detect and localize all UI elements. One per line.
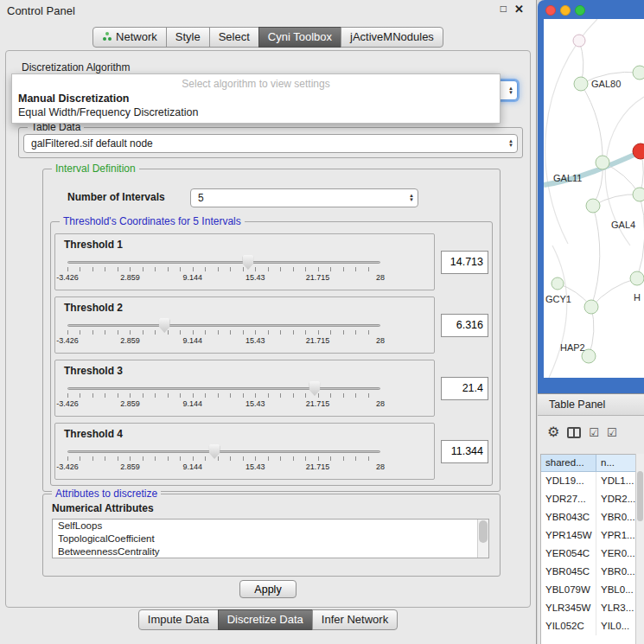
number-of-intervals-value: 5 [198,192,204,204]
table-row[interactable]: YBL079WYBL0... [541,581,637,599]
threshold-value-input[interactable] [441,377,488,400]
attribute-item[interactable]: TopologicalCoefficient [53,532,488,545]
table-row[interactable]: YER054CYER0... [541,545,637,563]
network-node[interactable] [574,77,588,91]
algorithm-option[interactable]: Equal Width/Frequency Discretization [12,105,500,119]
close-traffic-icon[interactable] [545,5,556,16]
threshold-slider[interactable]: -3.4262.8599.14415.4321.71528 [67,381,380,412]
select-columns-check-icon[interactable]: ☑ [607,427,617,438]
settings-gear-icon[interactable]: ⚙ [547,425,559,439]
table-row[interactable]: YIL052CYIL0... [541,617,637,635]
network-node-label: H [634,292,641,303]
scale-tick-label: 28 [376,273,385,282]
table-data-combobox[interactable]: galFiltered.sif default node ▲▼ [23,134,518,153]
attribute-item[interactable]: SelfLoops [53,520,488,532]
threshold-slider[interactable]: -3.4262.8599.14415.4321.71528 [67,255,380,286]
scale-tick-label: 9.144 [183,336,203,345]
scrollbar-thumb[interactable] [479,520,488,543]
slider-track[interactable] [67,387,380,390]
network-graph[interactable]: GAL80GAL11GAL4GCY1HAP2H [544,19,644,378]
apply-button[interactable]: Apply [239,580,296,598]
network-node[interactable] [633,143,644,159]
tab-network[interactable]: Network [92,27,167,48]
algorithm-option[interactable]: Manual Discretization [12,92,500,105]
table-row[interactable]: YBR043CYBR0... [541,508,637,526]
scale-tick-label: 9.144 [183,462,203,471]
slider-ticks [67,456,380,461]
slider-track[interactable] [67,261,380,264]
columns-icon[interactable] [567,427,581,438]
float-window-icon[interactable]: □ [501,3,507,16]
tab-jactivemnodules[interactable]: jActiveMNodules [341,27,443,48]
threshold-row: Threshold 2-3.4262.8599.14415.4321.71528 [54,296,488,354]
node-table: shared... n... YDL19...YDL1...YDR27...YD… [540,454,638,644]
threshold-value-input[interactable] [441,251,488,274]
column-header-name[interactable]: n... [596,455,637,472]
attribute-item[interactable]: BetweennessCentrality [53,545,488,558]
scrollbar-thumb[interactable] [637,471,643,521]
threshold-value-input[interactable] [441,440,488,463]
threshold-slider[interactable]: -3.4262.8599.14415.4321.71528 [67,444,380,475]
slider-ticks [67,267,380,271]
cell-shared-name: YPR145W [541,526,596,545]
network-canvas[interactable]: GAL80GAL11GAL4GCY1HAP2H [544,19,644,378]
scale-tick-label: -3.426 [56,399,79,408]
slider-track[interactable] [67,324,380,327]
thresholds-group-title: Threshold's Coordinates for 5 Intervals [60,215,245,227]
network-node[interactable] [633,66,644,80]
cell-shared-name: YDR27... [541,490,596,508]
slider-scale: -3.4262.8599.14415.4321.71528 [67,273,380,283]
tab-impute-data[interactable]: Impute Data [138,609,219,630]
attributes-scrollbar[interactable] [477,520,488,558]
column-header-shared-name[interactable]: shared... [541,455,596,472]
cell-shared-name: YBL079W [541,581,596,599]
tab-infer-network[interactable]: Infer Network [312,609,398,630]
tab-cyni-toolbox[interactable]: Cyni Toolbox [258,27,341,48]
tab-label: Impute Data [148,613,209,626]
threshold-slider[interactable]: -3.4262.8599.14415.4321.71528 [67,318,380,349]
network-node[interactable] [584,300,598,314]
minimize-traffic-icon[interactable] [560,5,571,16]
attributes-list[interactable]: SelfLoopsTopologicalCoefficientBetweenne… [52,519,489,558]
scale-tick-label: 2.859 [120,462,140,471]
network-node[interactable] [573,35,585,47]
tab-discretize-data[interactable]: Discretize Data [218,609,313,630]
table-panel-title: Table Panel [538,393,644,416]
cell-shared-name: YDL19... [541,472,596,490]
table-row[interactable]: YDR27...YDR2... [541,490,637,508]
tab-style[interactable]: Style [166,27,210,48]
threshold-value-input[interactable] [441,314,488,337]
close-icon[interactable]: ✕ [514,3,524,16]
table-row[interactable]: YLR345WYLR3... [541,599,637,617]
algorithm-dropdown-popup: Select algorithm to view settings Manual… [11,73,501,124]
scale-tick-label: 28 [376,336,385,345]
network-node[interactable] [586,199,600,213]
network-edge [591,278,637,307]
number-of-intervals-combobox[interactable]: 5 ▲▼ [190,188,418,207]
tab-label: Infer Network [322,613,388,626]
select-all-check-icon[interactable]: ☑ [589,427,599,438]
scale-tick-label: 21.715 [306,336,330,345]
slider-ticks [67,330,380,335]
dropdown-options: Manual DiscretizationEqual Width/Frequen… [12,92,500,119]
table-row[interactable]: YDL19...YDL1... [541,472,637,490]
threshold-panel: Threshold 3-3.4262.8599.14415.4321.71528 [54,360,435,417]
network-node[interactable] [633,188,644,201]
slider-track[interactable] [67,450,380,453]
network-node[interactable] [630,271,644,285]
tab-select[interactable]: Select [209,27,259,48]
table-toolbar: ⚙ ☑ ☑ [538,421,644,443]
threshold-label: Threshold 2 [64,302,123,314]
network-node[interactable] [596,156,609,169]
scale-tick-label: 21.715 [306,399,330,408]
table-row[interactable]: YPR145WYPR1... [541,526,637,545]
scale-tick-label: 28 [376,399,385,408]
network-node[interactable] [552,277,564,290]
table-row[interactable]: YBR045CYBR0... [541,563,637,581]
control-panel: Control Panel □ ✕ NetworkStyleSelectCyni… [0,0,537,644]
zoom-traffic-icon[interactable] [575,5,585,16]
cell-shared-name: YIL052C [541,617,596,635]
table-scrollbar[interactable] [635,454,644,644]
cell-name: YIL0... [596,617,637,635]
slider-ticks [67,393,380,398]
